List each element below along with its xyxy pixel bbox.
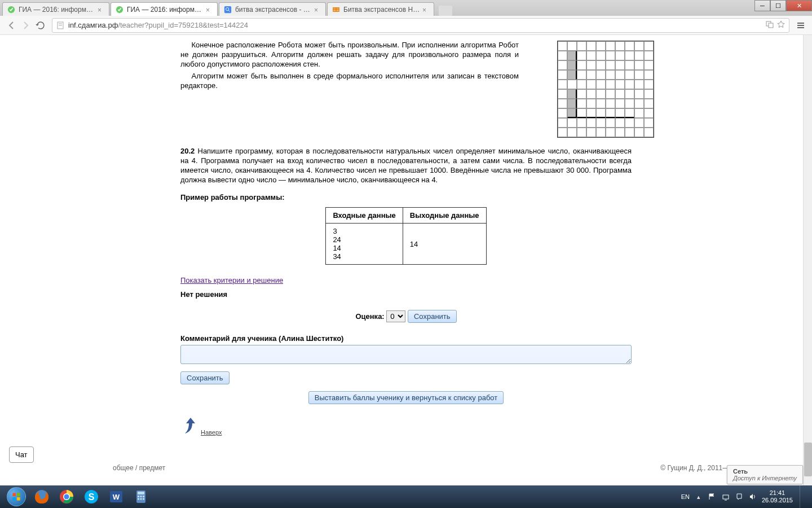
browser-tab-3[interactable]: битва экстрасенсов - 235 × — [219, 2, 326, 16]
task-paragraph-2: Алгоритм может быть выполнен в среде фор… — [180, 72, 519, 91]
close-icon[interactable]: × — [98, 6, 104, 13]
browser-nav-bar: inf.сдамгиа.рф/teacher?pupil_id=759218&t… — [0, 16, 812, 35]
window-controls: ─ ☐ ✕ — [754, 0, 812, 11]
footer-subject-link[interactable]: предмет — [139, 464, 166, 472]
browser-tab-1[interactable]: ГИА — 2016: информати × — [2, 2, 109, 16]
close-icon[interactable]: × — [314, 6, 321, 13]
scrollbar[interactable] — [803, 35, 812, 485]
language-indicator[interactable]: EN — [681, 493, 690, 500]
network-text: Доступ к Интернету — [733, 475, 797, 481]
show-criteria-link[interactable]: Показать критерии и решение — [180, 276, 283, 284]
tab-title: Битва экстрасенсов Нов — [343, 6, 420, 14]
svg-rect-27 — [140, 496, 142, 497]
comment-label: Комментарий для ученика (Алина Шеститко) — [180, 334, 632, 343]
browser-tabs-bar: ГИА — 2016: информати × ГИА — 2016: инфо… — [0, 0, 812, 16]
start-button[interactable] — [3, 486, 29, 507]
scrollbar-thumb[interactable] — [804, 443, 812, 476]
footer-general-link[interactable]: общее — [113, 464, 134, 472]
up-arrow-icon — [180, 415, 201, 436]
reload-button[interactable] — [34, 19, 47, 32]
maximize-button[interactable]: ☐ — [770, 0, 786, 11]
example-header-out: Выходные данные — [403, 208, 486, 224]
task-number: 20.2 — [180, 147, 195, 155]
example-title: Пример работы программы: — [180, 193, 632, 202]
show-desktop-button[interactable] — [800, 485, 805, 508]
browser-tab-4[interactable]: Битва экстрасенсов Нов × — [327, 2, 434, 16]
svg-text:S: S — [89, 492, 95, 502]
translate-icon[interactable] — [765, 20, 774, 30]
checkmark-icon — [7, 6, 15, 14]
score-select[interactable]: 0 — [386, 310, 405, 322]
url-text: inf.сдамгиа.рф/teacher?pupil_id=759218&t… — [68, 21, 765, 29]
star-icon[interactable] — [776, 20, 785, 30]
footer-left: общее / предмет — [113, 464, 165, 472]
url-actions — [765, 20, 785, 30]
example-table: Входные данные Выходные данные 3241434 1… — [325, 207, 486, 265]
task-paragraph-1: Конечное расположение Робота может быть … — [180, 41, 519, 69]
network-popup: Сеть Доступ к Интернету — [727, 465, 803, 484]
word-icon[interactable]: W — [104, 487, 128, 506]
minimize-button[interactable]: ─ — [754, 0, 770, 11]
svg-point-19 — [64, 494, 69, 500]
robot-grid — [557, 41, 654, 138]
svg-rect-11 — [769, 23, 773, 28]
menu-button[interactable] — [794, 19, 807, 32]
volume-icon[interactable] — [748, 492, 757, 501]
clock-time: 21:41 — [762, 489, 793, 497]
browser-tab-2[interactable]: ГИА — 2016: информати × — [111, 2, 218, 16]
clock[interactable]: 21:41 26.09.2015 — [762, 489, 793, 504]
to-top-link[interactable]: Наверх — [180, 415, 632, 436]
system-tray: EN ▴ 21:41 26.09.2015 — [681, 485, 809, 508]
forward-button[interactable] — [19, 19, 33, 32]
firefox-icon[interactable] — [30, 487, 54, 506]
windows-logo-icon — [7, 487, 26, 506]
save-comment-row: Сохранить — [180, 371, 632, 384]
tab-title: битва экстрасенсов - 235 — [235, 6, 312, 14]
save-comment-button[interactable]: Сохранить — [180, 371, 230, 384]
comment-textarea[interactable] — [180, 345, 632, 364]
search-icon — [224, 6, 232, 14]
page-footer: общее / предмет © Гущин Д. Д., 2011—2015 — [0, 458, 812, 478]
criteria-link-row: Показать критерии и решение — [180, 276, 632, 284]
no-solution-label: Нет решения — [180, 290, 632, 299]
svg-rect-29 — [138, 498, 139, 500]
example-header-in: Входные данные — [326, 208, 403, 224]
close-icon[interactable]: × — [206, 6, 213, 13]
save-score-button[interactable]: Сохранить — [408, 310, 457, 323]
checkmark-icon — [116, 6, 123, 14]
flag-icon[interactable] — [708, 492, 717, 501]
action-center-icon[interactable] — [735, 492, 744, 501]
network-icon[interactable] — [721, 492, 730, 501]
url-bar[interactable]: inf.сдамгиа.рф/teacher?pupil_id=759218&t… — [52, 18, 789, 33]
svg-rect-30 — [140, 498, 142, 500]
svg-rect-31 — [143, 498, 144, 500]
tab-title: ГИА — 2016: информати — [127, 6, 204, 14]
skype-icon[interactable]: S — [80, 487, 103, 506]
calculator-icon[interactable] — [129, 487, 153, 506]
new-tab-button[interactable] — [439, 6, 452, 16]
chrome-icon[interactable] — [55, 487, 78, 506]
clock-date: 26.09.2015 — [762, 497, 793, 504]
table-icon — [332, 6, 340, 14]
network-title: Сеть — [733, 468, 797, 475]
svg-rect-25 — [138, 492, 144, 494]
example-input-cell: 3241434 — [326, 224, 403, 265]
task-202-text: На­пи­ши­те про­грам­му, которая в после… — [180, 147, 632, 184]
page-body: Конечное расположение Робота может быть … — [0, 35, 812, 485]
chat-button[interactable]: Чат — [9, 446, 34, 463]
tray-chevron-icon[interactable]: ▴ — [694, 492, 703, 501]
content: Конечное расположение Робота может быть … — [180, 35, 632, 458]
taskbar: S W EN ▴ 21:41 26.09.2015 — [0, 485, 812, 508]
close-icon[interactable]: × — [422, 6, 429, 13]
page-icon — [56, 21, 65, 30]
svg-text:W: W — [113, 493, 120, 501]
svg-rect-28 — [143, 496, 144, 497]
window-close-button[interactable]: ✕ — [786, 0, 812, 11]
score-label: Оценка: — [355, 312, 384, 321]
submit-row: Выставить баллы ученику и вернуться к сп… — [180, 391, 632, 404]
submit-scores-button[interactable]: Выставить баллы ученику и вернуться к сп… — [308, 391, 504, 404]
task-20-2: 20.2 На­пи­ши­те про­грам­му, которая в … — [180, 147, 632, 185]
top-link-text[interactable]: Наверх — [201, 429, 222, 436]
back-button[interactable] — [5, 19, 18, 32]
tab-title: ГИА — 2016: информати — [19, 6, 95, 14]
